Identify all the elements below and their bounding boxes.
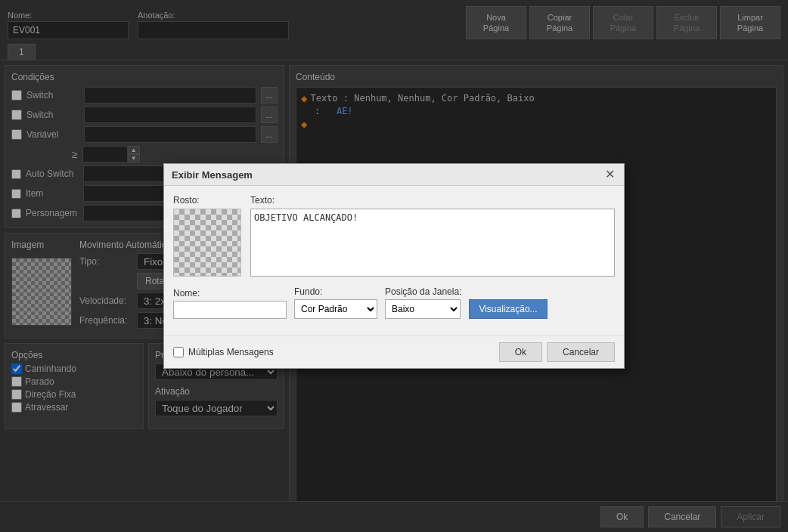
rosto-label: Rosto: (173, 195, 241, 206)
dialog-cancelar-button[interactable]: Cancelar (547, 342, 615, 362)
posicao-wrap: Posição da Janela: Baixo (385, 286, 461, 319)
dialog-footer-left: Múltiplas Mensagens (173, 347, 492, 357)
texto-textarea[interactable]: OBJETIVO ALCANÇADO! (250, 209, 615, 277)
fundo-wrap: Fundo: Cor Padrão (294, 286, 377, 319)
face-preview[interactable] (173, 209, 241, 277)
nome-field: Nome: (173, 288, 287, 319)
texto-col: Texto: OBJETIVO ALCANÇADO! (250, 195, 615, 279)
posicao-select[interactable]: Baixo (385, 299, 461, 319)
dialog-fields-row: Nome: Fundo: Cor Padrão Posição da Janel… (173, 286, 615, 319)
dialog-overlay: Exibir Mensagem ✕ Rosto: Texto: OBJETIVO… (0, 0, 788, 532)
dialog-footer-right: Ok Cancelar (499, 342, 615, 362)
multiplas-mensagens-checkbox[interactable] (173, 347, 184, 357)
nome-input[interactable] (173, 301, 287, 319)
rosto-texto-row: Rosto: Texto: OBJETIVO ALCANÇADO! (173, 195, 615, 279)
fundo-label: Fundo: (294, 286, 377, 297)
texto-label: Texto: (250, 195, 615, 206)
dialog-header: Exibir Mensagem ✕ (164, 164, 624, 186)
posicao-label: Posição da Janela: (385, 286, 461, 297)
exibir-mensagem-dialog: Exibir Mensagem ✕ Rosto: Texto: OBJETIVO… (163, 163, 625, 369)
fundo-select[interactable]: Cor Padrão (294, 299, 377, 319)
dialog-close-button[interactable]: ✕ (603, 169, 616, 181)
multiplas-mensagens-label: Múltiplas Mensagens (188, 347, 274, 357)
dialog-footer: Múltiplas Mensagens Ok Cancelar (164, 336, 624, 368)
dialog-title: Exibir Mensagem (172, 169, 253, 181)
dialog-body: Rosto: Texto: OBJETIVO ALCANÇADO! Nome: (164, 186, 624, 336)
nome-label: Nome: (173, 288, 287, 298)
dialog-ok-button[interactable]: Ok (499, 342, 542, 362)
rosto-col: Rosto: (173, 195, 241, 279)
visualizacao-button[interactable]: Visualização... (469, 299, 547, 319)
